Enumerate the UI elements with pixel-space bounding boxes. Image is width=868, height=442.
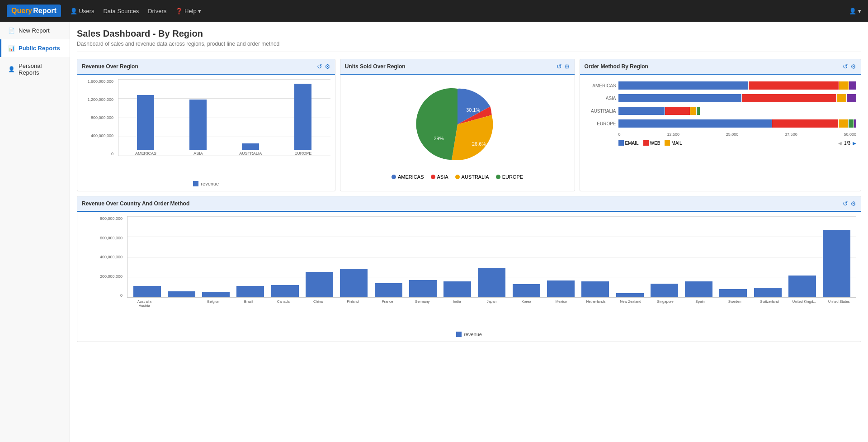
hbar-asia-web: [742, 94, 836, 102]
xlabel-netherlands: Netherlands: [579, 298, 613, 329]
main-content: Sales Dashboard - By Region Dashboard of…: [70, 22, 868, 442]
hbar-pagination: ◀ 1/3 ▶: [838, 141, 856, 146]
hbar-australia-bars: [618, 107, 700, 115]
legend-europe: EUROPE: [496, 174, 523, 180]
xlabel-australia: AustraliaAustria: [127, 298, 162, 329]
hbar-asia-other: [847, 94, 856, 102]
revenue-country-actions: ↺ ⚙: [843, 200, 856, 207]
bar-newzealand-country: [613, 216, 647, 297]
hbar-europe-other: [849, 119, 853, 128]
bar-europe: EUROPE: [280, 79, 326, 156]
bar-belgium-country: [199, 216, 233, 297]
units-refresh-icon[interactable]: ↺: [557, 63, 562, 70]
navbar: QueryReport 👤 Users Data Sources Drivers…: [0, 0, 868, 22]
country-bars: [127, 216, 856, 297]
legend-web-box: [643, 140, 649, 146]
revenue-region-actions: ↺ ⚙: [317, 63, 330, 70]
bar-asia-fill: [189, 100, 207, 150]
bar-canada-country: [268, 216, 302, 297]
public-reports-icon: 📊: [8, 45, 15, 52]
units-settings-icon[interactable]: ⚙: [564, 63, 570, 70]
hbar-australia-web: [665, 107, 690, 115]
units-sold-header: Units Sold Over Region ↺ ⚙: [340, 59, 575, 75]
order-method-title: Order Method By Region: [585, 63, 648, 70]
bar-singapore-country: [647, 216, 681, 297]
revenue-country-title: Revenue Over Country And Order Method: [82, 200, 189, 207]
legend-web-label: WEB: [650, 141, 660, 146]
hbar-xaxis: 0 12,500 25,000 37,500 50,000: [618, 132, 856, 137]
next-page-btn[interactable]: ▶: [853, 141, 856, 146]
hbar-asia-mail: [837, 94, 846, 102]
nav-help[interactable]: ❓ Help ▾: [175, 8, 201, 14]
hbar-europe-web: [772, 119, 838, 128]
refresh-icon[interactable]: ↺: [317, 63, 322, 70]
order-method-panel: Order Method By Region ↺ ⚙ AMERICAS: [580, 59, 861, 191]
bar-switzerland-country: [750, 216, 785, 297]
bar-australia-country: [130, 216, 164, 297]
legend-mail-box: [665, 140, 670, 146]
order-refresh-icon[interactable]: ↺: [843, 63, 848, 70]
order-settings-icon[interactable]: ⚙: [850, 63, 856, 70]
brand-logo[interactable]: QueryReport: [7, 5, 61, 17]
units-sold-title: Units Sold Over Region: [345, 63, 406, 70]
hbar-legend: EMAIL WEB MAIL ◀: [618, 140, 856, 146]
legend-australia: AUSTRALIA: [455, 174, 489, 180]
bar-mexico-country: [543, 216, 578, 297]
sidebar-item-new-report[interactable]: 📄 New Report: [0, 22, 70, 39]
sidebar-label-new-report: New Report: [19, 27, 50, 34]
bar-asia-label: ASIA: [193, 151, 203, 156]
revenue-country-panel: Revenue Over Country And Order Method ↺ …: [77, 196, 861, 342]
prev-page-btn[interactable]: ◀: [838, 141, 842, 146]
app-body: 📄 New Report 📊 Public Reports 👤 Personal…: [0, 22, 868, 442]
order-method-header: Order Method By Region ↺ ⚙: [580, 59, 861, 75]
revenue-region-header: Revenue Over Region ↺ ⚙: [77, 59, 335, 75]
xlabel-france: France: [370, 298, 405, 329]
nav-users[interactable]: 👤 Users: [70, 8, 94, 14]
legend-country-box: [456, 332, 462, 337]
xlabel-us: United States: [821, 298, 856, 329]
xlabel-brazil: Brazil: [231, 298, 266, 329]
xlabel-uk: United Kingd...: [787, 298, 821, 329]
page-title: Sales Dashboard - By Region: [77, 29, 861, 39]
bar-korea-country: [509, 216, 543, 297]
xlabel-belgium: Belgium: [197, 298, 231, 329]
country-refresh-icon[interactable]: ↺: [843, 200, 848, 207]
pie-label-americas: 30.1%: [466, 107, 480, 113]
nav-links: 👤 Users Data Sources Drivers ❓ Help ▾: [70, 8, 202, 14]
hbar-asia-email: [618, 94, 741, 102]
bar-uk-country: [785, 216, 819, 297]
hbar-asia-label: ASIA: [585, 96, 616, 101]
nav-datasources[interactable]: Data Sources: [103, 8, 139, 14]
country-chart-container: 0 200,000,000 400,000,000 600,000,000 80…: [82, 216, 856, 329]
sidebar-label-public-reports: Public Reports: [19, 45, 60, 52]
xlabel-japan: Japan: [474, 298, 509, 329]
hbar-americas-other: [849, 81, 856, 90]
legend-americas-dot: [392, 175, 396, 179]
bar-austria-country: [164, 216, 198, 297]
legend-europe-dot: [496, 175, 500, 179]
brand-report: Report: [33, 7, 57, 15]
revenue-country-body: 0 200,000,000 400,000,000 600,000,000 80…: [77, 212, 861, 342]
hbar-australia-mail: [690, 107, 697, 115]
hbar-americas-web: [749, 81, 839, 90]
pie-chart: 30.1% 26.6% 39%: [412, 84, 503, 165]
bar-us-country: [820, 216, 854, 297]
user-menu[interactable]: 👤 ▾: [849, 8, 861, 14]
nav-drivers[interactable]: Drivers: [148, 8, 166, 14]
sidebar-item-personal-reports[interactable]: 👤 Personal Reports: [0, 57, 70, 81]
hbar-australia: AUSTRALIA: [585, 107, 856, 115]
country-settings-icon[interactable]: ⚙: [850, 200, 856, 207]
country-legend: revenue: [82, 332, 856, 337]
revenue-region-title: Revenue Over Region: [82, 63, 138, 70]
hbar-americas-label: AMERICAS: [585, 83, 616, 88]
order-method-actions: ↺ ⚙: [843, 63, 856, 70]
bar-china-country: [302, 216, 336, 297]
page-header: Sales Dashboard - By Region Dashboard of…: [77, 29, 861, 52]
bar-americas: AMERICAS: [123, 79, 169, 156]
order-method-body: AMERICAS ASIA: [580, 75, 861, 150]
sidebar-item-public-reports[interactable]: 📊 Public Reports: [0, 39, 70, 57]
units-sold-body: 30.1% 26.6% 39% AMERICAS ASIA: [340, 75, 575, 184]
hbar-europe-label: EUROPE: [585, 121, 616, 126]
settings-icon[interactable]: ⚙: [325, 63, 330, 70]
legend-americas: AMERICAS: [392, 174, 424, 180]
